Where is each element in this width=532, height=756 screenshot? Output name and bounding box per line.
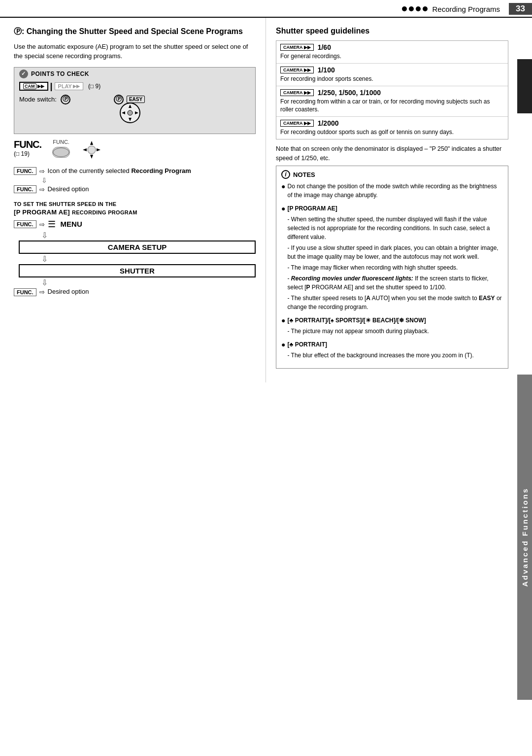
svg-marker-10 (97, 148, 100, 151)
mode-switch-label: Mode switch: (19, 96, 57, 103)
svg-point-6 (53, 148, 69, 157)
advanced-functions-label: Advanced Functions (521, 487, 529, 587)
func-button-icon (52, 147, 70, 158)
nav-arrows (81, 139, 102, 162)
speed-row-1: CAMERA ▶▶ 1/60 For general recordings. (276, 41, 508, 64)
speed-desc-3: For recording from within a car or train… (280, 98, 504, 114)
left-column: Ⓟ: Changing the Shutter Speed and Specia… (0, 18, 266, 382)
note-2-item-3: - The image may flicker when recording w… (287, 263, 503, 272)
note-4-header: [♣ PORTRAIT] (287, 340, 473, 349)
note-2-item-1: - When setting the shutter speed, the nu… (287, 215, 503, 241)
func-section: FUNC. (□ 19) FUNC. (14, 139, 256, 162)
speed-header-2: CAMERA ▶▶ 1/100 (280, 66, 504, 74)
section-title-text: Ⓟ: Changing the Shutter Speed and Specia… (14, 27, 243, 35)
note-2-header: [P PROGRAM AE] (287, 204, 503, 213)
menu-arrow-down-2: ⇩ (41, 254, 256, 264)
page-header: Recording Programs 33 (0, 0, 532, 18)
func-sub-label: FUNC. (53, 139, 69, 145)
cam-icon-3: CAMERA ▶▶ (283, 90, 311, 95)
page-ref: (□ 9) (88, 83, 100, 90)
speed-value-2: 1/100 (318, 66, 335, 74)
step-content-1: Icon of the currently selected Recording… (48, 167, 191, 175)
shutter-speed-title: Shutter speed guidelines (276, 27, 508, 35)
main-content: Ⓟ: Changing the Shutter Speed and Specia… (0, 18, 532, 382)
dot-2 (409, 6, 414, 11)
note-4-item-1: - The blur effect of the background incr… (287, 351, 473, 360)
right-column: Shutter speed guidelines CAMERA ▶▶ 1/60 … (266, 18, 518, 382)
shutter-row: SHUTTER (19, 264, 256, 277)
points-to-check-box: ✓ POINTS TO CHECK CAM ▶▶ | PLAY ▶▶ (□ 9)… (14, 67, 256, 134)
cam-icon-4: CAMERA ▶▶ (283, 121, 311, 126)
notes-box: i NOTES ● Do not change the position of … (276, 166, 508, 369)
menu-step-diagram: FUNC. ⇨ ☰ MENU ⇩ CAMERA SETUP ⇩ SHUTTER … (14, 219, 256, 296)
func-tag-2: FUNC. (14, 185, 36, 193)
sub-section-head: To set the shutter speed in the [P PROGR… (14, 201, 256, 217)
right-sidebar-black (517, 59, 532, 113)
speed-value-3: 1/250, 1/500, 1/1000 (318, 89, 381, 97)
arrow-2: ⇨ (39, 186, 45, 193)
svg-marker-9 (83, 148, 87, 151)
header-title: Recording Programs (432, 5, 500, 13)
play-badge: PLAY ▶▶ (55, 82, 83, 90)
points-to-check-label: POINTS TO CHECK (31, 70, 89, 77)
speed-header-3: CAMERA ▶▶ 1/250, 1/500, 1/1000 (280, 89, 504, 97)
menu-arrow-down-1: ⇩ (41, 231, 256, 240)
joystick-area (118, 101, 250, 127)
camera-icon: CAM (23, 83, 36, 89)
points-to-check-title: ✓ POINTS TO CHECK (19, 69, 250, 78)
cam-icon-2: CAMERA ▶▶ (283, 68, 311, 72)
menu-func-tag: FUNC. (14, 220, 36, 228)
step-diagram-1: FUNC. ⇨ Icon of the currently selected R… (14, 167, 256, 194)
svg-point-11 (88, 146, 96, 154)
header-dots (402, 6, 428, 11)
badge-divider: | (50, 81, 53, 92)
camera-badge-sm-4: CAMERA ▶▶ (280, 120, 314, 127)
p-badge: Ⓟ (61, 95, 70, 104)
desired-option-label: Desired option (48, 288, 89, 296)
sub-head-line2: [P PROGRAM AE] Recording Program (14, 208, 137, 216)
camera-setup-row: CAMERA SETUP (19, 241, 256, 254)
check-icon: ✓ (19, 69, 28, 78)
speed-table: CAMERA ▶▶ 1/60 For general recordings. C… (276, 40, 508, 139)
camera-video-icon: ▶▶ (37, 84, 44, 89)
dot-1 (402, 6, 407, 11)
camera-badge: CAM ▶▶ (19, 82, 48, 91)
speed-value-1: 1/60 (318, 43, 331, 51)
note-3-header: [♣ PORTRAIT]/[♠ SPORTS]/[☀ BEACH]/[❄ SNO… (287, 316, 429, 325)
speed-desc-2: For recording indoor sports scenes. (280, 75, 504, 83)
right-sidebar-gray: Advanced Functions (517, 375, 532, 700)
note-1-text: Do not change the position of the mode s… (287, 182, 503, 200)
note-1: ● Do not change the position of the mode… (281, 182, 503, 202)
section-title: Ⓟ: Changing the Shutter Speed and Specia… (14, 27, 256, 37)
func-oval-svg (53, 147, 69, 157)
body-text: Use the automatic exposure (AE) program … (14, 42, 256, 61)
arrow-1: ⇨ (39, 168, 45, 175)
note-3-item-1: - The picture may not appear smooth duri… (287, 327, 429, 336)
camera-setup-label: CAMERA SETUP (108, 243, 166, 251)
note-2-item-5: - The shutter speed resets to [A AUTO] w… (287, 294, 503, 311)
speed-row-2: CAMERA ▶▶ 1/100 For recording indoor spo… (276, 64, 508, 86)
note-3: ● [♣ PORTRAIT]/[♠ SPORTS]/[☀ BEACH]/[❄ S… (281, 316, 503, 338)
func-tag-1: FUNC. (14, 167, 36, 175)
svg-point-5 (128, 110, 133, 115)
desired-func-tag: FUNC. (14, 288, 36, 296)
note-3-bullet: ● (281, 316, 285, 324)
camera-setup-box: CAMERA SETUP (19, 241, 256, 254)
page-number: 33 (509, 3, 532, 15)
cam-icon-1: CAMERA ▶▶ (283, 45, 311, 50)
camera-badge-sm-3: CAMERA ▶▶ (280, 89, 314, 96)
shutter-box: SHUTTER (19, 264, 256, 277)
step-row-2: FUNC. ⇨ Desired option (14, 185, 256, 194)
speed-header-4: CAMERA ▶▶ 1/2000 (280, 119, 504, 127)
camera-badge-sm-2: CAMERA ▶▶ (280, 67, 314, 73)
joystick-icon (118, 101, 142, 125)
menu-label: MENU (61, 219, 82, 229)
speed-row-3: CAMERA ▶▶ 1/250, 1/500, 1/1000 For recor… (276, 86, 508, 117)
note-1-bullet: ● (281, 182, 285, 190)
svg-marker-7 (90, 141, 93, 145)
note-4: ● [♣ PORTRAIT] - The blur effect of the … (281, 340, 503, 362)
speed-value-4: 1/2000 (318, 119, 339, 127)
svg-marker-8 (90, 155, 93, 159)
dot-4 (423, 6, 428, 11)
note-4-bullet: ● (281, 341, 285, 348)
